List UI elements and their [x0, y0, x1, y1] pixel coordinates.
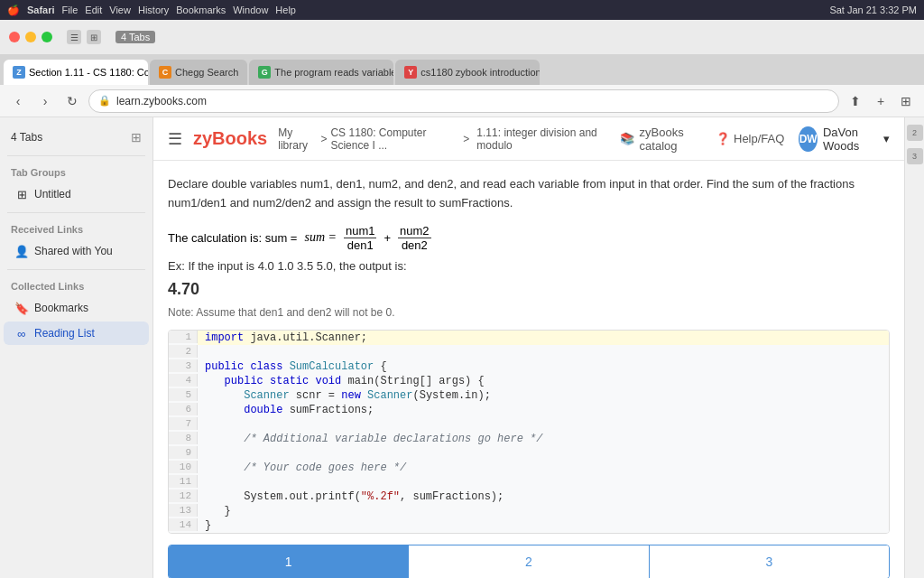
breadcrumb-cs1180[interactable]: CS 1180: Computer Science I ...	[330, 126, 459, 152]
step-2-button[interactable]: 2	[408, 545, 648, 578]
line-num-10: 10	[169, 461, 198, 473]
line-code-7	[198, 417, 889, 432]
catalog-button[interactable]: 📚 zyBooks catalog	[620, 126, 701, 153]
code-line-1: 1 import java.util.Scanner;	[169, 331, 889, 345]
line-num-1: 1	[169, 331, 198, 343]
code-line-5: 5 Scanner scnr = new Scanner(System.in);	[169, 388, 889, 403]
right-panel-icon-2[interactable]: 3	[907, 148, 923, 164]
step-1-button[interactable]: 1	[169, 545, 408, 578]
tab-zybooks[interactable]: Z Section 1.11 - CS 1180: Computer...	[4, 60, 148, 85]
user-avatar: DW	[799, 126, 818, 152]
chegg-favicon: C	[159, 66, 171, 79]
line-num-11: 11	[169, 475, 198, 488]
fraction-2: num2 den2	[398, 224, 431, 252]
browser-tabs-bar: Z Section 1.11 - CS 1180: Computer... C …	[0, 54, 924, 85]
menu-edit[interactable]: Edit	[85, 5, 102, 15]
sidebar-item-reading[interactable]: ∞ Reading List	[4, 322, 149, 345]
sidebar-toggle-button[interactable]: ☰	[67, 30, 81, 44]
traffic-lights	[9, 32, 52, 42]
line-code-10: /* Your code goes here */	[198, 461, 889, 475]
sidebar-item-untitled[interactable]: ⊞ Untitled	[4, 182, 149, 206]
bookmark-icon: 🔖	[14, 301, 29, 315]
back-button[interactable]: ‹	[7, 90, 29, 112]
address-bar[interactable]: 🔒 learn.zybooks.com	[88, 89, 839, 113]
help-label: Help/FAQ	[734, 132, 784, 145]
tab-chegg[interactable]: C Chegg Search	[150, 60, 247, 85]
output-value: 4.70	[168, 280, 890, 299]
breadcrumb-sep-2: >	[463, 133, 469, 145]
breadcrumb: My library > CS 1180: Computer Science I…	[278, 126, 608, 152]
datetime: Sat Jan 21 3:32 PM	[829, 5, 917, 15]
code-line-8: 8 /* Additional variable declarations go…	[169, 432, 889, 446]
line-code-4: public static void main(String[] args) {	[198, 374, 889, 388]
grid-view-button[interactable]: ⊞	[895, 90, 917, 112]
main-content: 4 Tabs ⊞ Tab Groups ⊞ Untitled Received …	[0, 117, 924, 578]
zybooks-logo: zyBooks	[193, 128, 267, 149]
line-code-3: public class SumCalculator {	[198, 359, 889, 374]
bookmarks-label: Bookmarks	[34, 302, 88, 314]
url-display: learn.zybooks.com	[116, 95, 207, 107]
maximize-button[interactable]	[42, 32, 52, 42]
menu-view[interactable]: View	[109, 5, 131, 15]
code-line-2: 2	[169, 345, 889, 359]
chevron-down-icon: ▾	[883, 132, 890, 145]
sidebar-item-shared[interactable]: 👤 Shared with You	[4, 239, 149, 263]
apple-menu[interactable]: 🍎	[7, 5, 20, 16]
lock-icon: 🔒	[98, 95, 111, 107]
reading-list-label: Reading List	[34, 327, 95, 340]
hamburger-icon[interactable]: ☰	[168, 129, 182, 149]
tab-overview-button[interactable]: ⊞	[87, 30, 101, 44]
tab-count: 4 Tabs	[11, 131, 42, 144]
menu-help[interactable]: Help	[275, 5, 296, 15]
shared-label: Shared with You	[34, 245, 113, 257]
user-name: DaVon Woods	[823, 126, 878, 153]
line-num-2: 2	[169, 345, 198, 358]
forward-button[interactable]: ›	[34, 90, 56, 112]
reading-list-icon: ∞	[14, 326, 29, 340]
line-code-14: }	[198, 518, 889, 533]
tab-youtube[interactable]: Y cs1180 zybook introduction - YouT...	[395, 60, 540, 85]
code-editor[interactable]: 1 import java.util.Scanner; 2 3 public c…	[168, 330, 890, 534]
line-num-7: 7	[169, 417, 198, 430]
menu-history[interactable]: History	[138, 5, 169, 15]
menu-window[interactable]: Window	[233, 5, 268, 15]
line-num-9: 9	[169, 446, 198, 459]
line-code-13: }	[198, 504, 889, 518]
zybooks-header: ☰ zyBooks My library > CS 1180: Computer…	[153, 117, 904, 161]
menu-file[interactable]: File	[62, 5, 79, 15]
line-code-5: Scanner scnr = new Scanner(System.in);	[198, 388, 889, 403]
step-3-button[interactable]: 3	[649, 545, 889, 578]
app-name: Safari	[27, 5, 55, 15]
fraction-2-num: num2	[398, 224, 431, 238]
line-code-11	[198, 475, 889, 489]
user-menu-button[interactable]: DW DaVon Woods ▾	[799, 126, 890, 153]
line-num-6: 6	[169, 403, 198, 415]
plus-sign: +	[383, 231, 391, 245]
code-line-11: 11	[169, 475, 889, 489]
tab-count-label: 4 Tabs	[116, 31, 155, 43]
sidebar-tabs-icon[interactable]: ⊞	[131, 130, 142, 144]
catalog-icon: 📚	[620, 132, 634, 145]
menu-bookmarks[interactable]: Bookmarks	[176, 5, 226, 15]
received-links-header: Received Links	[0, 219, 152, 238]
fraction-1-num: num1	[344, 224, 377, 238]
right-panel-icon-1[interactable]: 2	[907, 125, 923, 141]
tab-program[interactable]: G The program reads variables total/V...	[249, 60, 393, 85]
share-button[interactable]: ⬆	[845, 90, 866, 112]
line-num-14: 14	[169, 518, 198, 531]
breadcrumb-my-library[interactable]: My library	[278, 126, 317, 152]
sidebar-item-bookmarks[interactable]: 🔖 Bookmarks	[4, 296, 149, 320]
steps-bar: 1 2 3	[168, 545, 890, 578]
divider-2	[7, 212, 145, 213]
code-line-4: 4 public static void main(String[] args)…	[169, 374, 889, 388]
help-button[interactable]: ❓ Help/FAQ	[716, 132, 784, 145]
minimize-button[interactable]	[25, 32, 36, 42]
line-code-9	[198, 446, 889, 461]
sigma-symbol: sum =	[304, 230, 337, 245]
tab-group-icon: ⊞	[14, 187, 29, 201]
close-button[interactable]	[9, 32, 20, 42]
reload-button[interactable]: ↻	[61, 90, 83, 112]
safari-sidebar: 4 Tabs ⊞ Tab Groups ⊞ Untitled Received …	[0, 117, 153, 578]
line-code-1: import java.util.Scanner;	[198, 331, 889, 345]
add-tab-button[interactable]: +	[870, 90, 892, 112]
